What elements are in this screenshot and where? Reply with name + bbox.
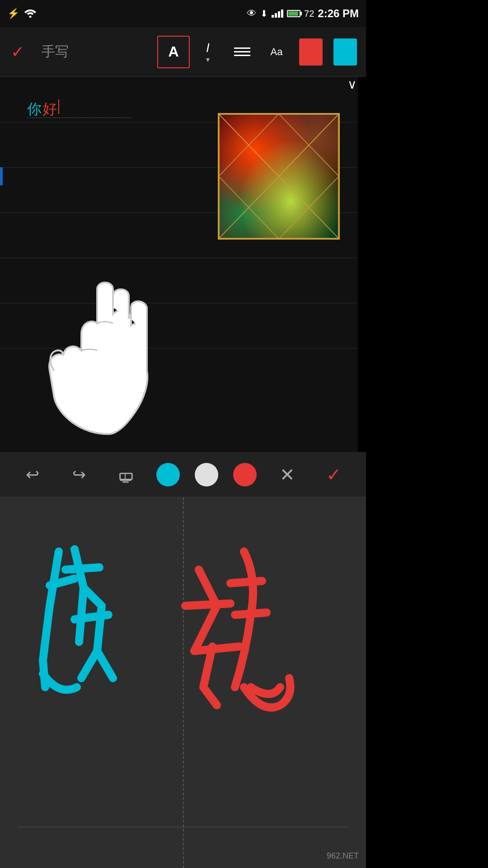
- color-gradient: [219, 114, 339, 239]
- chevron-down-icon: ∨: [347, 77, 357, 91]
- eraser-icon: [117, 466, 135, 484]
- svg-rect-7: [120, 473, 132, 479]
- panel-toolbar: ↩ ↪ ✕ ✓: [0, 452, 366, 497]
- font-icon: A: [168, 43, 178, 60]
- cyan-pen-button[interactable]: [156, 463, 180, 486]
- svg-point-0: [29, 16, 32, 18]
- color-picker[interactable]: [218, 113, 340, 240]
- eraser-button[interactable]: [110, 459, 141, 491]
- red-color-swatch: [299, 38, 323, 66]
- eye-icon: 👁: [247, 8, 257, 19]
- cancel-handwriting-button[interactable]: ✕: [272, 459, 303, 491]
- left-marker: [0, 167, 3, 185]
- text-baseline: [27, 118, 131, 118]
- white-pen-button[interactable]: [195, 463, 218, 486]
- battery-level: 72: [304, 9, 314, 19]
- status-right: 👁 ⬇ 72 2:26 PM: [247, 7, 359, 20]
- download-icon: ⬇: [260, 8, 268, 19]
- confirm-handwriting-button[interactable]: ✓: [318, 459, 350, 491]
- time: 2:26 PM: [318, 7, 359, 20]
- canvas-handwritten-text: 你 好: [27, 99, 59, 119]
- redo-button[interactable]: ↪: [63, 459, 95, 491]
- collapse-arrow[interactable]: ∨: [347, 77, 357, 92]
- confirm-button[interactable]: ✓: [5, 42, 31, 61]
- status-left: ⚡: [7, 7, 37, 20]
- usb-icon: ⚡: [7, 8, 19, 19]
- font-size-button[interactable]: Aa: [260, 36, 293, 68]
- canvas-text-cyan: 你: [27, 99, 42, 119]
- battery-icon: [287, 10, 300, 17]
- text-format-button[interactable]: A: [157, 36, 190, 68]
- red-pen-button[interactable]: [233, 463, 257, 486]
- toolbar: ✓ 手写 A I ▼ Aa: [0, 27, 366, 77]
- status-bar: ⚡ 👁 ⬇ 72 2:26 PM: [0, 0, 366, 27]
- canvas-text-red: 好: [42, 99, 57, 119]
- dropdown-arrow: ▼: [205, 56, 211, 63]
- handwriting-panel: ↩ ↪ ✕ ✓: [0, 452, 366, 868]
- undo-icon: ↩: [26, 465, 39, 484]
- text-cursor: [58, 99, 59, 114]
- font-size-icon: Aa: [271, 46, 283, 58]
- hw-baseline: [18, 827, 348, 827]
- handwritten-svg: [0, 515, 366, 832]
- close-icon: ✕: [280, 464, 295, 485]
- cyan-color-swatch: [333, 38, 357, 66]
- hand-cursor-image: [23, 280, 194, 443]
- canvas-area[interactable]: 你 好: [0, 77, 358, 452]
- undo-button[interactable]: ↩: [17, 459, 48, 491]
- align-icon: [234, 47, 250, 56]
- italic-button[interactable]: I ▼: [192, 36, 224, 68]
- redo-icon: ↪: [72, 465, 86, 484]
- italic-icon: I: [206, 41, 210, 55]
- background-color-button[interactable]: [329, 36, 361, 68]
- hw-canvas[interactable]: [0, 497, 366, 868]
- wifi-icon: [24, 7, 37, 20]
- signal-bars: [272, 9, 283, 18]
- check-icon: ✓: [326, 464, 342, 485]
- watermark: 962.NET: [327, 851, 359, 861]
- text-color-button[interactable]: [295, 36, 327, 68]
- toolbar-title: 手写: [33, 42, 155, 61]
- align-button[interactable]: [226, 36, 258, 68]
